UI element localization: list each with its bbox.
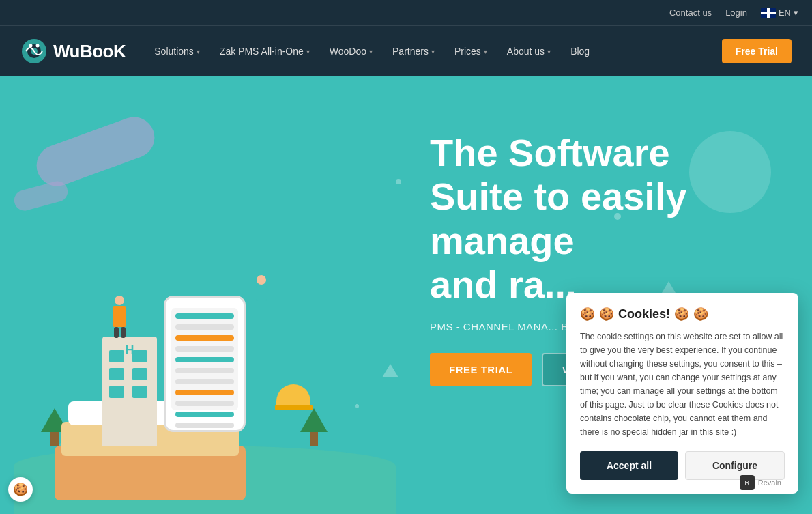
logo-text: WuBooK [53,41,126,62]
chevron-icon: ▾ [197,48,200,55]
chevron-icon: ▾ [369,48,373,55]
hero-title: The SoftwareSuite to easilymanageand ra.… [430,131,771,307]
cookie-banner-title: 🍪 🍪 Cookies! 🍪 🍪 [580,306,785,322]
phone-illustration [164,296,246,432]
login-link[interactable]: Login [725,8,747,18]
bell-illustration [273,384,314,425]
nav-blog[interactable]: Blog [562,40,598,62]
language-selector[interactable]: EN ▾ [761,8,798,18]
main-navigation: WuBooK Solutions ▾ Zak PMS All-in-One ▾ … [0,25,812,76]
logo-link[interactable]: WuBooK [20,38,126,65]
chevron-icon: ▾ [306,48,310,55]
cookie-emoji-1: 🍪 [580,306,595,322]
revain-label: Revain [758,479,781,487]
person-illustration [109,296,130,337]
chevron-icon: ▾ [484,48,487,55]
cookie-widget[interactable]: 🍪 [8,477,33,502]
uk-flag-icon [761,8,776,18]
svg-point-3 [29,44,33,48]
free-trial-button[interactable]: Free Trial [722,39,792,63]
nav-zak-pms[interactable]: Zak PMS All-in-One ▾ [212,40,318,62]
hero-free-trial-button[interactable]: FREE TRIAL [430,353,532,386]
nav-solutions[interactable]: Solutions ▾ [146,40,208,62]
cookie-banner: 🍪 🍪 Cookies! 🍪 🍪 The cookie settings on … [566,293,798,494]
person-sitting-illustration [252,275,270,309]
accept-all-button[interactable]: Accept all [580,451,678,480]
revain-icon: R [740,475,755,490]
cookie-emoji-3: 🍪 [674,306,689,322]
cookie-widget-icon: 🍪 [13,482,28,497]
hero-illustration: H [0,118,423,514]
nav-partners[interactable]: Partners ▾ [384,40,443,62]
cookie-title-text: Cookies! [618,307,670,322]
contact-us-link[interactable]: Contact us [669,8,712,18]
chevron-down-icon: ▾ [794,8,798,18]
nav-links: Solutions ▾ Zak PMS All-in-One ▾ WooDoo … [146,40,714,62]
nav-about-us[interactable]: About us ▾ [499,40,559,62]
revain-badge: R Revain [740,475,781,490]
cookie-emoji-4: 🍪 [693,306,708,322]
svg-point-4 [36,44,40,48]
cookie-body-text: The cookie settings on this website are … [580,330,785,439]
wubook-logo-icon [20,38,48,65]
lang-label: EN [779,8,791,18]
chevron-icon: ▾ [431,48,435,55]
nav-woodoo[interactable]: WooDoo ▾ [321,40,381,62]
chevron-icon: ▾ [547,48,551,55]
top-bar: Contact us Login EN ▾ [0,0,812,25]
cookie-emoji-2: 🍪 [599,306,614,322]
nav-prices[interactable]: Prices ▾ [446,40,495,62]
building-illustration: H [102,337,157,446]
